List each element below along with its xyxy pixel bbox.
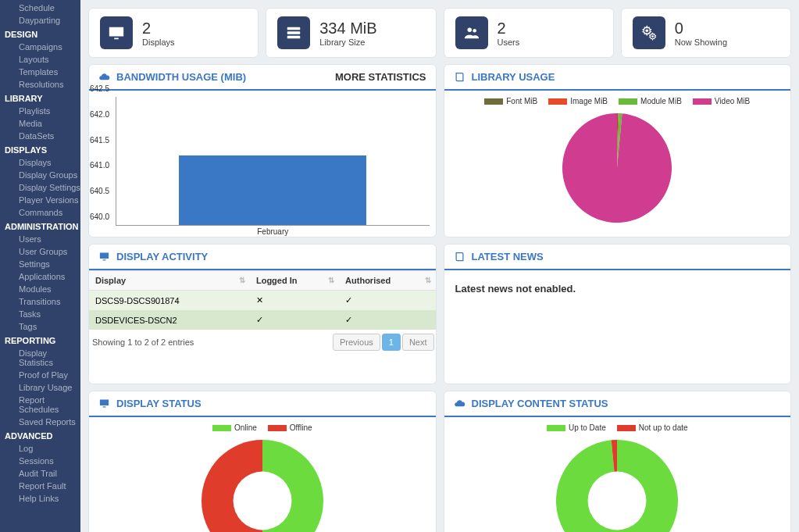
bandwidth-panel: BANDWIDTH USAGE (MIB) MORE STATISTICS Mi… bbox=[88, 64, 437, 237]
stat-card-now-showing[interactable]: 0Now Showing bbox=[621, 8, 791, 58]
cell-logged-in: ✓ bbox=[250, 310, 339, 330]
sidebar-item-playlists[interactable]: Playlists bbox=[0, 105, 80, 117]
svg-point-8 bbox=[588, 472, 647, 530]
table-row[interactable]: DSCS9-DSCS901874✕✓ bbox=[89, 291, 436, 311]
gears-icon bbox=[633, 16, 665, 49]
legend-item: Offline bbox=[268, 423, 312, 432]
legend-item: Font MiB bbox=[484, 97, 537, 105]
stat-value: 2 bbox=[498, 20, 520, 37]
table-info: Showing 1 to 2 of 2 entries bbox=[91, 333, 195, 352]
stat-card-users[interactable]: 2Users bbox=[444, 8, 614, 58]
display-status-panel: DISPLAY STATUS OnlineOffline bbox=[88, 391, 437, 532]
svg-point-5 bbox=[645, 29, 648, 32]
main-content: 2Displays334 MiBLibrary Size2Users0Now S… bbox=[80, 0, 799, 532]
users-icon bbox=[455, 16, 488, 49]
sidebar-heading: ADMINISTRATION bbox=[0, 219, 80, 233]
cell-authorised: ✓ bbox=[339, 291, 435, 311]
sidebar-item-help-links[interactable]: Help Links bbox=[0, 492, 80, 505]
sidebar-item-modules[interactable]: Modules bbox=[0, 283, 80, 295]
svg-point-6 bbox=[651, 35, 654, 37]
sidebar-item-tasks[interactable]: Tasks bbox=[0, 308, 80, 320]
panel-title: BANDWIDTH USAGE (MIB) bbox=[98, 71, 246, 83]
sidebar-item-resolutions[interactable]: Resolutions bbox=[0, 78, 80, 91]
sidebar-heading: ADVANCED bbox=[0, 428, 80, 442]
svg-rect-0 bbox=[287, 27, 301, 30]
col-header[interactable]: Logged In⇅ bbox=[250, 271, 339, 291]
sidebar-item-transitions[interactable]: Transitions bbox=[0, 295, 80, 308]
latest-news-panel: LATEST NEWS Latest news not enabled. bbox=[444, 244, 792, 384]
pagination: Previous 1 Next bbox=[333, 334, 434, 351]
sidebar-item-display-settings[interactable]: Display Settings bbox=[0, 181, 80, 194]
sidebar-item-sessions[interactable]: Sessions bbox=[0, 455, 80, 467]
col-header[interactable]: Authorised⇅ bbox=[339, 271, 435, 291]
panel-title: DISPLAY ACTIVITY bbox=[98, 251, 208, 262]
ytick: 640.5 bbox=[90, 187, 109, 195]
svg-point-4 bbox=[473, 29, 476, 33]
sidebar-heading: LIBRARY bbox=[0, 91, 80, 105]
ytick: 641.0 bbox=[90, 161, 109, 170]
content-legend: Up to DateNot up to date bbox=[451, 420, 785, 435]
panel-title: LATEST NEWS bbox=[454, 251, 544, 262]
sidebar-item-display-groups[interactable]: Display Groups bbox=[0, 169, 80, 181]
table-row[interactable]: DSDEVICES-DSCN2✓✓ bbox=[89, 310, 436, 330]
stat-card-library-size[interactable]: 334 MiBLibrary Size bbox=[266, 8, 436, 58]
sidebar-item-layouts[interactable]: Layouts bbox=[0, 53, 80, 66]
legend-item: Module MiB bbox=[619, 97, 682, 105]
library-legend: Font MiBImage MiBModule MiBVideo MiB bbox=[451, 94, 785, 109]
col-header[interactable]: Display⇅ bbox=[89, 271, 250, 291]
cell-authorised: ✓ bbox=[339, 310, 435, 330]
sidebar-item-player-versions[interactable]: Player Versions bbox=[0, 194, 80, 206]
stat-label: Library Size bbox=[319, 37, 376, 47]
ytick: 642.5 bbox=[90, 84, 109, 93]
sidebar-item-campaigns[interactable]: Campaigns bbox=[0, 41, 80, 53]
sidebar-item-report-fault[interactable]: Report Fault bbox=[0, 480, 80, 492]
library-usage-panel: LIBRARY USAGE Font MiBImage MiBModule Mi… bbox=[444, 64, 792, 237]
page-1-button[interactable]: 1 bbox=[382, 334, 401, 351]
sidebar-item-user-groups[interactable]: User Groups bbox=[0, 245, 80, 258]
sidebar-item-commands[interactable]: Commands bbox=[0, 206, 80, 219]
legend-item: Online bbox=[212, 423, 257, 432]
svg-rect-1 bbox=[287, 31, 301, 34]
sidebar-item-schedule[interactable]: Schedule bbox=[0, 2, 80, 14]
prev-button[interactable]: Previous bbox=[333, 334, 380, 351]
sidebar-item-dayparting[interactable]: Dayparting bbox=[0, 14, 80, 27]
sidebar-item-display-statistics[interactable]: Display Statistics bbox=[0, 347, 80, 369]
status-donut bbox=[95, 435, 430, 532]
next-button[interactable]: Next bbox=[402, 334, 434, 351]
bar bbox=[179, 155, 366, 225]
svg-point-7 bbox=[233, 472, 291, 530]
sidebar-item-audit-trail[interactable]: Audit Trail bbox=[0, 467, 80, 480]
panel-title: DISPLAY CONTENT STATUS bbox=[454, 398, 608, 409]
content-donut bbox=[451, 435, 785, 532]
news-text: Latest news not enabled. bbox=[451, 273, 785, 304]
stat-value: 0 bbox=[675, 20, 727, 37]
stat-label: Displays bbox=[142, 37, 175, 47]
legend-item: Image MiB bbox=[548, 97, 608, 105]
sidebar-item-proof-of-play[interactable]: Proof of Play bbox=[0, 369, 80, 381]
legend-item: Not up to date bbox=[617, 423, 688, 432]
ytick: 641.5 bbox=[90, 135, 109, 144]
sidebar-item-settings[interactable]: Settings bbox=[0, 258, 80, 270]
sidebar-item-displays[interactable]: Displays bbox=[0, 156, 80, 169]
sidebar-item-datasets[interactable]: DataSets bbox=[0, 130, 80, 142]
stat-label: Users bbox=[498, 37, 520, 47]
ytick: 640.0 bbox=[90, 212, 109, 221]
legend-item: Video MiB bbox=[693, 97, 750, 105]
panel-title: DISPLAY STATUS bbox=[98, 398, 202, 409]
sidebar-item-report-schedules[interactable]: Report Schedules bbox=[0, 394, 80, 416]
ytick: 642.0 bbox=[90, 109, 109, 118]
bandwidth-chart: 640.0640.5641.0641.5642.0642.5February bbox=[116, 97, 430, 226]
sidebar-item-saved-reports[interactable]: Saved Reports bbox=[0, 416, 80, 428]
sidebar-item-library-usage[interactable]: Library Usage bbox=[0, 381, 80, 394]
sidebar-item-applications[interactable]: Applications bbox=[0, 270, 80, 283]
more-statistics-link[interactable]: MORE STATISTICS bbox=[335, 71, 426, 83]
library-pie bbox=[451, 109, 785, 230]
sidebar-item-log[interactable]: Log bbox=[0, 442, 80, 455]
sidebar-item-templates[interactable]: Templates bbox=[0, 66, 80, 78]
display-icon bbox=[98, 251, 110, 262]
sidebar-item-media[interactable]: Media bbox=[0, 117, 80, 130]
sidebar-item-tags[interactable]: Tags bbox=[0, 320, 80, 333]
stat-card-displays[interactable]: 2Displays bbox=[88, 8, 259, 58]
sidebar-item-users[interactable]: Users bbox=[0, 233, 80, 245]
cloud-icon bbox=[98, 71, 110, 83]
